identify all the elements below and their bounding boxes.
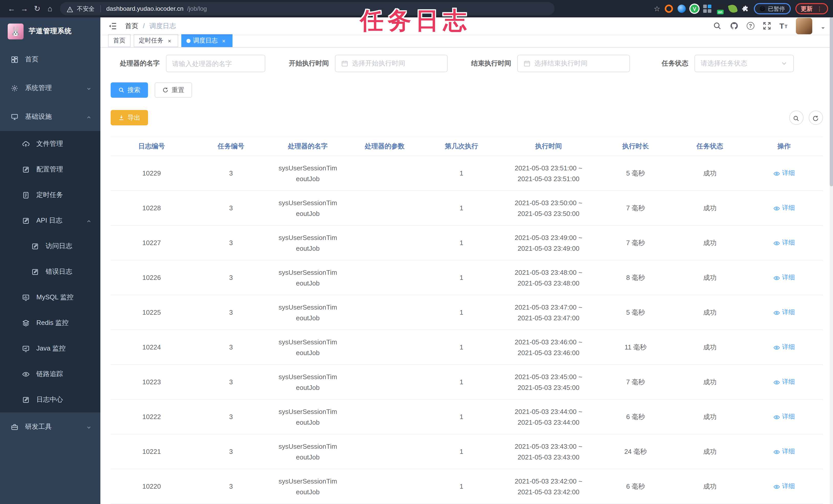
bookmark-star-icon[interactable]: ☆ (654, 5, 660, 13)
toggle-search-button[interactable] (789, 110, 803, 125)
refresh-table-button[interactable] (808, 110, 823, 125)
cell-execute-time: 2021-05-03 23:45:00 ~2021-05-03 23:45:00 (500, 365, 597, 399)
chevron-down-icon (86, 85, 92, 91)
cell-line: sysUserSessionTim (279, 371, 337, 382)
edit-icon (31, 268, 39, 276)
sidebar-item-access-log[interactable]: 访问日志 (0, 233, 100, 259)
cell-execute-time: 2021-05-03 23:51:00 ~2021-05-03 23:51:00 (500, 156, 597, 190)
font-size-icon[interactable]: TT (780, 23, 787, 29)
detail-link[interactable]: 详细 (774, 446, 795, 457)
sidebar-item-system[interactable]: 系统管理 (0, 74, 100, 102)
sidebar-item-trace[interactable]: 链路追踪 (0, 361, 100, 387)
github-icon[interactable] (730, 22, 738, 30)
sidebar-item-job[interactable]: 定时任务 (0, 182, 100, 208)
sidebar-item-label: 错误日志 (46, 267, 72, 276)
chevron-down-icon (781, 60, 788, 67)
sidebar-fold-icon[interactable] (108, 21, 117, 30)
cell-duration: 7 毫秒 (597, 365, 674, 399)
reset-button[interactable]: 重置 (155, 82, 192, 98)
cell-line: 成功 (703, 446, 716, 457)
sidebar-item-redis[interactable]: Redis 监控 (0, 310, 100, 336)
extension-on-badge-icon[interactable]: on (716, 5, 724, 13)
sidebar-item-infra[interactable]: 基础设施 (0, 102, 100, 131)
cell-handler-name: sysUserSessionTimeoutJob (269, 330, 346, 364)
extension-blue-drop-icon[interactable] (677, 5, 686, 13)
browser-home-button[interactable]: ⌂ (44, 0, 56, 18)
cell-log-id: 10220 (111, 469, 193, 503)
detail-link[interactable]: 详细 (774, 307, 795, 318)
sidebar-item-label: API 日志 (37, 216, 62, 225)
handler-name-input[interactable] (166, 55, 265, 72)
screenshot-stage: ← → ↻ ⌂ 不安全 dashboard.yudao.iocoder.cn/j… (0, 0, 833, 504)
detail-link[interactable]: 详细 (774, 272, 795, 283)
column-header-2: 处理器的名字 (269, 137, 346, 155)
sidebar-item-file[interactable]: 文件管理 (0, 131, 100, 157)
sidebar-item-mysql[interactable]: MySQL 监控 (0, 284, 100, 310)
sidebar-item-log-center[interactable]: 日志中心 (0, 387, 100, 412)
detail-link[interactable]: 详细 (774, 237, 795, 248)
extensions-puzzle-icon[interactable] (742, 5, 749, 12)
detail-link[interactable]: 详细 (774, 168, 795, 179)
sidebar-item-dev-tools[interactable]: 研发工具 (0, 412, 100, 441)
sidebar-item-config[interactable]: 配置管理 (0, 157, 100, 182)
cell-line: 3 (229, 342, 233, 353)
cell-line: eoutJob (296, 173, 320, 184)
column-header-4: 第几次执行 (423, 137, 500, 155)
extension-orange-ring-icon[interactable] (665, 5, 673, 13)
detail-link[interactable]: 详细 (774, 411, 795, 422)
help-icon[interactable]: ? (747, 22, 754, 30)
search-button[interactable]: 搜索 (111, 82, 148, 98)
status-input[interactable]: 请选择任务状态 (694, 55, 794, 72)
cell-action: 详细 (746, 295, 823, 329)
breadcrumb-home[interactable]: 首页 (125, 21, 138, 30)
cell-handler-param (346, 469, 423, 503)
sidebar-item-api-log[interactable]: API 日志 (0, 208, 100, 233)
detail-link[interactable]: 详细 (774, 342, 795, 353)
browser-reload-button[interactable]: ↻ (31, 0, 44, 18)
fullscreen-icon[interactable] (763, 22, 771, 30)
detail-link[interactable]: 详细 (774, 203, 795, 213)
sidebar-item-error-log[interactable]: 错误日志 (0, 259, 100, 284)
detail-link-label: 详细 (782, 307, 795, 318)
sidebar-logo[interactable]: 🐰 芋道管理系统 (0, 18, 100, 45)
sidebar-item-home[interactable]: 首页 (0, 45, 100, 74)
profile-paused-badge[interactable]: 😄 已暂停 (754, 3, 790, 14)
cell-line: 3 (229, 446, 233, 457)
cell-line: sysUserSessionTim (279, 162, 337, 173)
extension-leaf-icon[interactable] (728, 4, 738, 14)
handler-name-field[interactable] (172, 59, 259, 67)
close-tab-icon[interactable]: × (220, 37, 228, 44)
sidebar-item-label: 访问日志 (46, 242, 72, 251)
cell-handler-param (346, 156, 423, 190)
browser-menu-dots-icon[interactable]: ⋮ (817, 5, 822, 12)
sidebar-item-label: 日志中心 (37, 395, 63, 404)
browser-chrome: ← → ↻ ⌂ 不安全 dashboard.yudao.iocoder.cn/j… (0, 0, 833, 18)
cell-line: 2021-05-03 23:51:00 (518, 173, 579, 184)
begin-time-input[interactable]: 选择开始执行时间 (335, 55, 448, 72)
scrollbar-thumb[interactable] (829, 18, 833, 186)
detail-link[interactable]: 详细 (774, 377, 795, 387)
extension-green-v-icon[interactable]: V (690, 5, 698, 13)
cell-line: 2021-05-03 23:50:00 (518, 208, 579, 219)
tab-home[interactable]: 首页 (108, 34, 130, 47)
close-tab-icon[interactable]: × (166, 37, 173, 44)
tab-job[interactable]: 定时任务× (134, 34, 178, 47)
sidebar-item-label: MySQL 监控 (37, 293, 73, 302)
sidebar-item-label: 配置管理 (37, 165, 63, 174)
browser-forward-button[interactable]: → (18, 0, 31, 18)
user-avatar[interactable] (795, 18, 812, 34)
cell-line: 2021-05-03 23:42:00 (518, 486, 579, 497)
export-button[interactable]: 导出 (111, 110, 148, 125)
end-time-input[interactable]: 选择结束执行时间 (517, 55, 630, 72)
profile-emoji-icon: 😄 (760, 5, 765, 12)
header-search-icon[interactable] (713, 22, 722, 30)
tab-job-log[interactable]: 调度日志× (181, 34, 233, 47)
address-bar[interactable]: 不安全 dashboard.yudao.iocoder.cn/job/log (60, 2, 555, 15)
extension-grid-icon[interactable] (703, 5, 711, 13)
browser-back-button[interactable]: ← (5, 0, 18, 18)
detail-link[interactable]: 详细 (774, 481, 795, 492)
user-menu-caret-icon[interactable] (820, 23, 825, 28)
security-label[interactable]: 不安全 (77, 5, 95, 12)
sidebar-item-java[interactable]: Java 监控 (0, 336, 100, 361)
browser-update-button[interactable]: 更新 ⋮ (795, 3, 828, 14)
